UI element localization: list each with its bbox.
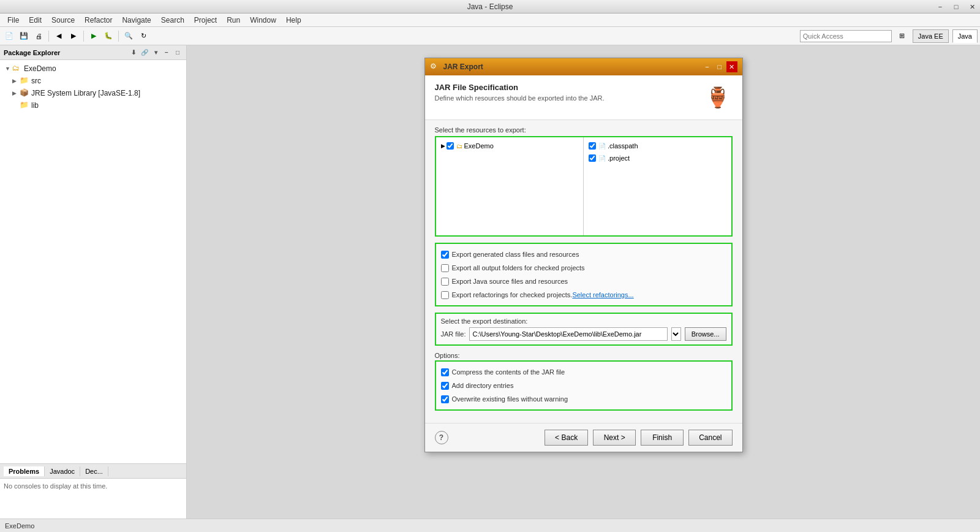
classpath-checkbox[interactable] bbox=[589, 142, 596, 150]
resource-project-checkbox[interactable] bbox=[447, 142, 454, 150]
link-with-editor-button[interactable]: 🔗 bbox=[140, 48, 149, 58]
maximize-panel-button[interactable]: □ bbox=[173, 48, 183, 58]
next-button[interactable]: Next > bbox=[593, 430, 636, 446]
dec-tab[interactable]: Dec... bbox=[80, 466, 108, 476]
jar-path-input[interactable] bbox=[469, 327, 667, 341]
dialog-minimize-button[interactable]: − bbox=[702, 61, 713, 72]
package-explorer-header: Package Explorer ⬇ 🔗 ▾ − □ bbox=[0, 45, 186, 60]
debug-button[interactable]: 🐛 bbox=[102, 29, 115, 43]
resources-section-label: Select the resources to export: bbox=[435, 126, 733, 134]
menu-edit[interactable]: Edit bbox=[24, 14, 47, 26]
export-java-source-row: Export Java source files and resources bbox=[441, 275, 726, 288]
run-button[interactable]: ▶ bbox=[87, 29, 100, 43]
menu-run[interactable]: Run bbox=[222, 14, 245, 26]
help-button[interactable]: ? bbox=[435, 431, 448, 444]
resources-section: ▶ 🗂 ExeDemo 📄 bbox=[435, 136, 733, 237]
dest-section-inner: Select the export destination: JAR file:… bbox=[436, 314, 731, 344]
overwrite-checkbox[interactable] bbox=[441, 395, 449, 403]
panel-controls: ⬇ 🔗 ▾ − □ bbox=[129, 48, 183, 58]
export-refactorings-checkbox[interactable] bbox=[441, 291, 449, 299]
resource-project-label: ExeDemo bbox=[464, 142, 494, 150]
status-bar: ExeDemo bbox=[0, 519, 980, 532]
browse-button[interactable]: Browse... bbox=[685, 327, 726, 341]
java-ee-perspective[interactable]: Java EE bbox=[913, 29, 949, 43]
export-class-files-row: Export generated class files and resourc… bbox=[441, 248, 726, 261]
forward-button[interactable]: ▶ bbox=[67, 29, 80, 43]
export-options: Export generated class files and resourc… bbox=[436, 244, 731, 305]
menu-navigate[interactable]: Navigate bbox=[117, 14, 156, 26]
jar-icon: 🏺 bbox=[703, 83, 733, 112]
search-button[interactable]: 🔍 bbox=[122, 29, 135, 43]
dialog-header-subtitle: Define which resources should be exporte… bbox=[435, 94, 703, 102]
dest-row: JAR file: ▾ Browse... bbox=[441, 327, 726, 341]
maximize-button[interactable]: □ bbox=[948, 0, 964, 13]
java-perspective[interactable]: Java bbox=[952, 29, 978, 43]
jar-export-dialog: ⚙ JAR Export − □ ✕ JAR File Specificatio… bbox=[424, 58, 743, 452]
export-output-folders-checkbox[interactable] bbox=[441, 264, 449, 272]
back-button[interactable]: < Back bbox=[545, 430, 588, 446]
dialog-title-bar: ⚙ JAR Export − □ ✕ bbox=[425, 58, 742, 75]
open-perspective-button[interactable]: ⊞ bbox=[895, 29, 909, 43]
javadoc-tab[interactable]: Javadoc bbox=[45, 466, 80, 476]
view-menu-button[interactable]: ▾ bbox=[151, 48, 160, 58]
dialog-title: JAR Export bbox=[443, 63, 702, 71]
dialog-body: Select the resources to export: ▶ 🗂 ExeD… bbox=[425, 120, 742, 423]
dialog-close-button[interactable]: ✕ bbox=[726, 61, 737, 72]
options-section: Compress the contents of the JAR file Ad… bbox=[435, 360, 733, 411]
lib-folder[interactable]: 📁 lib bbox=[2, 99, 184, 112]
jre-label: JRE System Library [JavaSE-1.8] bbox=[31, 89, 140, 97]
toolbar-sep1 bbox=[48, 31, 49, 42]
problems-tab[interactable]: Problems bbox=[4, 466, 45, 476]
dialog-header: JAR File Specification Define which reso… bbox=[425, 75, 742, 120]
options-section-inner: Compress the contents of the JAR file Ad… bbox=[436, 362, 731, 409]
new-button[interactable]: 📄 bbox=[2, 29, 16, 43]
export-class-files-checkbox[interactable] bbox=[441, 251, 449, 259]
jre-library[interactable]: ▶ 📦 JRE System Library [JavaSE-1.8] bbox=[2, 87, 184, 99]
menu-file[interactable]: File bbox=[2, 14, 24, 26]
menu-project[interactable]: Project bbox=[189, 14, 222, 26]
resource-tree: ▶ 🗂 ExeDemo bbox=[436, 137, 584, 235]
select-refactorings-link[interactable]: Select refactorings... bbox=[572, 291, 633, 298]
menu-window[interactable]: Window bbox=[245, 14, 281, 26]
compress-row: Compress the contents of the JAR file bbox=[441, 365, 726, 379]
project-file-row[interactable]: 📄 .project bbox=[586, 152, 729, 164]
expand-arrow: ▼ bbox=[5, 66, 12, 72]
project-file-icon: 📄 bbox=[598, 155, 606, 162]
resource-project-row[interactable]: ▶ 🗂 ExeDemo bbox=[439, 140, 581, 152]
export-java-source-checkbox[interactable] bbox=[441, 278, 449, 286]
export-refactorings-row: Export refactorings for checked projects… bbox=[441, 288, 726, 302]
refresh-button[interactable]: ↻ bbox=[137, 29, 150, 43]
save-button[interactable]: 💾 bbox=[17, 29, 31, 43]
src-arrow: ▶ bbox=[12, 78, 20, 84]
jar-path-select[interactable]: ▾ bbox=[671, 327, 681, 341]
menu-help[interactable]: Help bbox=[281, 14, 306, 26]
package-explorer-tree: ▼ 🗂 ExeDemo ▶ 📁 src ▶ 📦 JRE System Libra… bbox=[0, 60, 186, 463]
bottom-panel: Problems Javadoc Dec... No consoles to d… bbox=[0, 463, 186, 519]
minimize-button[interactable]: − bbox=[932, 0, 948, 13]
window-controls[interactable]: − □ ✕ bbox=[932, 0, 980, 13]
close-button[interactable]: ✕ bbox=[964, 0, 980, 13]
minimize-panel-button[interactable]: − bbox=[162, 48, 172, 58]
jre-arrow: ▶ bbox=[12, 90, 20, 96]
finish-button[interactable]: Finish bbox=[641, 430, 684, 446]
quick-access-input[interactable] bbox=[800, 30, 892, 42]
collapse-all-button[interactable]: ⬇ bbox=[129, 48, 138, 58]
dialog-maximize-button[interactable]: □ bbox=[714, 61, 725, 72]
project-file-checkbox[interactable] bbox=[589, 154, 596, 162]
src-folder[interactable]: ▶ 📁 src bbox=[2, 75, 184, 87]
add-directory-checkbox[interactable] bbox=[441, 382, 449, 390]
project-exedemo[interactable]: ▼ 🗂 ExeDemo bbox=[2, 63, 184, 75]
cancel-button[interactable]: Cancel bbox=[688, 430, 732, 446]
back-button[interactable]: ◀ bbox=[52, 29, 66, 43]
menu-refactor[interactable]: Refactor bbox=[80, 14, 117, 26]
resource-files: 📄 .classpath 📄 .project bbox=[584, 137, 731, 235]
menu-search[interactable]: Search bbox=[156, 14, 189, 26]
options-label: Options: bbox=[435, 352, 733, 359]
compress-checkbox[interactable] bbox=[441, 368, 449, 376]
export-output-folders-label: Export all output folders for checked pr… bbox=[452, 264, 585, 272]
classpath-file-row[interactable]: 📄 .classpath bbox=[586, 140, 729, 152]
src-label: src bbox=[31, 77, 41, 85]
print-button[interactable]: 🖨 bbox=[32, 29, 45, 43]
menu-source[interactable]: Source bbox=[47, 14, 80, 26]
export-refactorings-label: Export refactorings for checked projects… bbox=[452, 291, 573, 298]
